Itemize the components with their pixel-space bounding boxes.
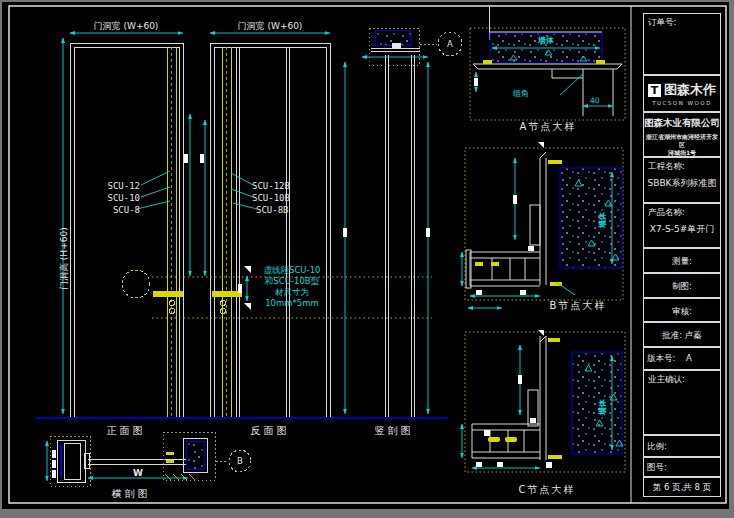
- owner-confirm-box: 业主确认:: [643, 370, 721, 435]
- project-label: 工程名称:: [644, 158, 720, 173]
- logo-box: T 图森木作 TUCSON WOOD: [643, 75, 721, 112]
- product-name: X7-S-5#单开门: [644, 223, 720, 236]
- callout-b-letter: B: [237, 456, 243, 466]
- scu-label: SCU-10: [95, 193, 140, 203]
- vertical-section-label: 竖剖图: [375, 426, 414, 436]
- hinge-icon: [212, 291, 242, 297]
- project-box: 工程名称: SBBK系列标准图: [643, 157, 721, 203]
- order-number-label: 订单号:: [644, 14, 720, 29]
- height-dim-label: 门洞高 (H+60): [59, 227, 69, 290]
- scale-box: 比例:: [643, 435, 721, 457]
- logo-subtitle: TUCSON WOOD: [644, 100, 720, 106]
- wall-label: 墙体: [598, 399, 608, 415]
- company-logo: T 图森木作: [644, 81, 720, 99]
- page-info-box: 第 6 页,共 8 页: [643, 477, 721, 497]
- company-name: 图森木业有限公司: [644, 117, 720, 130]
- material-note: 虚线段SCU-10 和SCU-10B型 材尺寸为 10mm*5mm: [260, 265, 324, 309]
- detail-b-title: B节点大样: [550, 301, 607, 311]
- scu-label: SCU-12B: [252, 181, 290, 191]
- drawing-no-box: 图号:: [643, 457, 721, 477]
- w-dim-label: W: [133, 468, 143, 478]
- logo-mark-icon: T: [648, 84, 661, 97]
- front-view-label: 正面图: [107, 426, 146, 436]
- scu-label: SCU-8B: [256, 205, 289, 215]
- draft-box: 制图:: [643, 273, 721, 298]
- drawing-linework: [0, 0, 734, 518]
- horizontal-section-label: 横剖图: [112, 489, 151, 499]
- hinge-icon: [153, 291, 183, 297]
- cad-viewer-screen: 门洞宽 (W+60) 门洞宽 (W+60) 门洞高 (H+60) SCU-12 …: [0, 0, 734, 518]
- detail-a-title: A节点大样: [520, 122, 577, 132]
- review-box: 审核:: [643, 298, 721, 322]
- measure-box: 测量:: [643, 248, 721, 273]
- scu-label: SCU-8: [95, 205, 140, 215]
- back-view-label: 反面图: [251, 426, 290, 436]
- product-box: 产品名称: X7-S-5#单开门: [643, 203, 721, 248]
- approve-box: 批准: 卢蓁: [643, 322, 721, 347]
- scu-label: SCU-10B: [252, 193, 290, 203]
- project-name: SBBK系列标准图: [644, 177, 720, 190]
- wall-label: 墙体: [598, 212, 608, 228]
- corner-joint-label: 组角: [513, 89, 529, 99]
- product-label: 产品名称:: [644, 204, 720, 219]
- version-box: 版本号: A: [643, 347, 721, 370]
- page-info: 第 6 页,共 8 页: [653, 482, 711, 492]
- callout-a-letter: A: [447, 39, 453, 49]
- version-value: A: [678, 353, 692, 363]
- logo-name: 图森木作: [664, 81, 716, 99]
- detail-c-title: C节点大样: [519, 485, 576, 495]
- dim-40-label: 40: [590, 96, 600, 106]
- scu-label: SCU-12: [95, 181, 140, 191]
- company-address: 浙江省湖州市南浔经济开发区 浔城街1号: [644, 133, 720, 157]
- back-width-dim-label: 门洞宽 (W+60): [238, 21, 303, 31]
- wall-label: 墙体: [538, 36, 554, 46]
- company-box: 图森木业有限公司 浙江省湖州市南浔经济开发区 浔城街1号: [643, 112, 721, 157]
- order-number-box: 订单号:: [643, 13, 721, 75]
- front-width-dim-label: 门洞宽 (W+60): [94, 21, 159, 31]
